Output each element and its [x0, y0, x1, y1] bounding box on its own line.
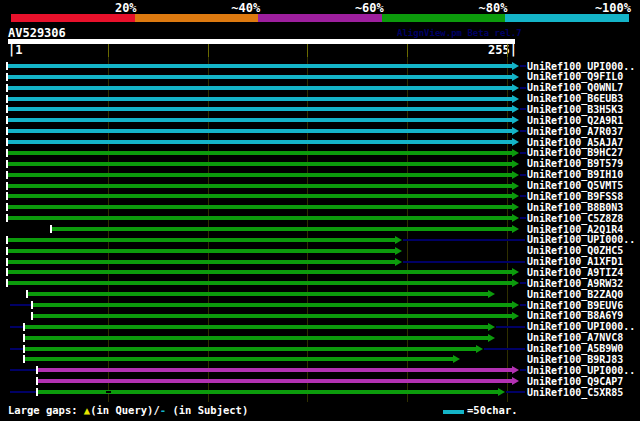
alignment-bar[interactable] — [8, 281, 512, 285]
subject-label[interactable]: UniRef100_A9RW32 — [527, 278, 623, 289]
alignment-bar[interactable] — [8, 162, 512, 166]
legend-label: ~100% — [541, 2, 631, 14]
legend-segment-purple — [258, 14, 382, 22]
subject-overhang-line — [520, 369, 526, 371]
subject-label[interactable]: UniRef100_UPI000.. — [527, 321, 635, 332]
subject-label[interactable]: UniRef100_B8A6Y9 — [527, 310, 623, 321]
subject-label[interactable]: UniRef100_UPI000.. — [527, 365, 635, 376]
alignment-bar[interactable] — [25, 347, 476, 351]
alignment-bar[interactable] — [38, 379, 512, 383]
subject-overhang-line — [520, 195, 526, 197]
alignment-bar[interactable] — [8, 205, 512, 209]
watermark: AlignView.pm Beta rel.7 — [397, 28, 522, 38]
subject-overhang-line — [10, 326, 23, 328]
alignment-bar[interactable] — [8, 249, 395, 253]
alignment-arrow-icon — [512, 279, 519, 287]
alignment-bar[interactable] — [8, 173, 512, 177]
alignment-bar[interactable] — [8, 270, 512, 274]
gaps-legend-part: Large gaps: — [8, 404, 84, 416]
alignment-arrow-icon — [395, 236, 402, 244]
subject-label[interactable]: UniRef100_Q2A9R1 — [527, 115, 623, 126]
subject-label[interactable]: UniRef100_A2Q1R4 — [527, 224, 623, 235]
subject-label[interactable]: UniRef100_C5Z8Z8 — [527, 213, 623, 224]
subject-label[interactable]: UniRef100_Q0ZHC5 — [527, 245, 623, 256]
alignment-bar[interactable] — [8, 194, 512, 198]
subject-label[interactable]: UniRef100_Q9FIL0 — [527, 71, 623, 82]
subject-label[interactable]: UniRef100_B2ZAQ0 — [527, 289, 623, 300]
alignment-bar[interactable] — [25, 325, 488, 329]
subject-overhang-line — [403, 239, 525, 241]
alignment-arrow-icon — [512, 84, 519, 92]
scalebar-label: =50char. — [467, 404, 518, 417]
alignment-arrow-icon — [488, 323, 495, 331]
legend-label: 20% — [47, 2, 137, 14]
legend-label: ~40% — [170, 2, 260, 14]
alignment-bar[interactable] — [33, 314, 512, 318]
footer-gaps-legend: Large gaps: ▲(in Query)/- (in Subject) — [8, 404, 248, 417]
alignment-bar[interactable] — [8, 86, 512, 90]
alignment-bar[interactable] — [8, 260, 395, 264]
subject-label[interactable]: UniRef100_B9FSS8 — [527, 191, 623, 202]
subject-overhang-line — [520, 65, 526, 67]
alignment-bar[interactable] — [8, 151, 512, 155]
subject-label[interactable]: UniRef100_B8B0N3 — [527, 202, 623, 213]
subject-overhang-line — [520, 87, 526, 89]
alignment-arrow-icon — [512, 105, 519, 113]
scale-end-label: 255| — [488, 44, 517, 57]
legend-label: ~60% — [294, 2, 384, 14]
legend-segment-orange — [135, 14, 259, 22]
alignment-arrow-icon — [512, 192, 519, 200]
subject-label[interactable]: UniRef100_C5XR85 — [527, 387, 623, 398]
alignment-bar[interactable] — [25, 357, 453, 361]
subject-label[interactable]: UniRef100_A1XFD1 — [527, 256, 623, 267]
alignment-bar[interactable] — [8, 129, 512, 133]
subject-label[interactable]: UniRef100_Q0WNL7 — [527, 82, 623, 93]
alignment-bar[interactable] — [8, 75, 512, 79]
query-title: AV529306 — [8, 27, 66, 39]
alignment-bar[interactable] — [8, 64, 512, 68]
alignment-bar[interactable] — [8, 140, 512, 144]
subject-label[interactable]: UniRef100_A5B9W0 — [527, 343, 623, 354]
subject-label[interactable]: UniRef100_A7R037 — [527, 126, 623, 137]
alignment-bar[interactable] — [33, 303, 512, 307]
subject-label[interactable]: UniRef100_B9T579 — [527, 158, 623, 169]
alignment-bar[interactable] — [8, 97, 512, 101]
scalebar-icon — [443, 410, 464, 414]
alignment-arrow-icon — [395, 258, 402, 266]
alignment-bar[interactable] — [8, 216, 512, 220]
subject-label[interactable]: UniRef100_A5AJA7 — [527, 137, 623, 148]
legend-segment-red — [11, 14, 135, 22]
subject-label[interactable]: UniRef100_B9IH10 — [527, 169, 623, 180]
legend-label: ~80% — [417, 2, 507, 14]
alignment-arrow-icon — [512, 214, 519, 222]
alignment-bar[interactable] — [28, 292, 488, 296]
subject-label[interactable]: UniRef100_UPI000.. — [527, 61, 635, 72]
subject-label[interactable]: UniRef100_B9EUV6 — [527, 300, 623, 311]
subject-overhang-line — [10, 304, 31, 306]
subject-label[interactable]: UniRef100_Q5VMT5 — [527, 180, 623, 191]
subject-label[interactable]: UniRef100_B3H5K3 — [527, 104, 623, 115]
alignment-bar[interactable] — [8, 118, 512, 122]
subject-overhang-line — [506, 391, 525, 393]
subject-label[interactable]: UniRef100_B9RJ83 — [527, 354, 623, 365]
alignment-arrow-icon — [512, 366, 519, 374]
alignment-bar[interactable] — [8, 184, 512, 188]
gaps-legend-part: (in Subject) — [166, 404, 248, 416]
alignment-arrow-icon — [488, 334, 495, 342]
alignment-bar[interactable] — [38, 368, 512, 372]
alignment-bar[interactable] — [25, 336, 488, 340]
gap-marker-edge — [106, 393, 111, 394]
subject-overhang-line — [520, 217, 526, 219]
subject-label[interactable]: UniRef100_B6EUB3 — [527, 93, 623, 104]
scale-tick — [208, 44, 209, 57]
alignment-bar[interactable] — [8, 238, 395, 242]
subject-overhang-line — [10, 391, 36, 393]
subject-label[interactable]: UniRef100_A9TIZ4 — [527, 267, 623, 278]
subject-label[interactable]: UniRef100_B9HC27 — [527, 147, 623, 158]
subject-label[interactable]: UniRef100_Q9CAP7 — [527, 376, 623, 387]
subject-overhang-line — [520, 152, 526, 154]
alignment-bar[interactable] — [52, 227, 512, 231]
subject-label[interactable]: UniRef100_A7NVC8 — [527, 332, 623, 343]
subject-label[interactable]: UniRef100_UPI000.. — [527, 234, 635, 245]
alignment-bar[interactable] — [8, 107, 512, 111]
